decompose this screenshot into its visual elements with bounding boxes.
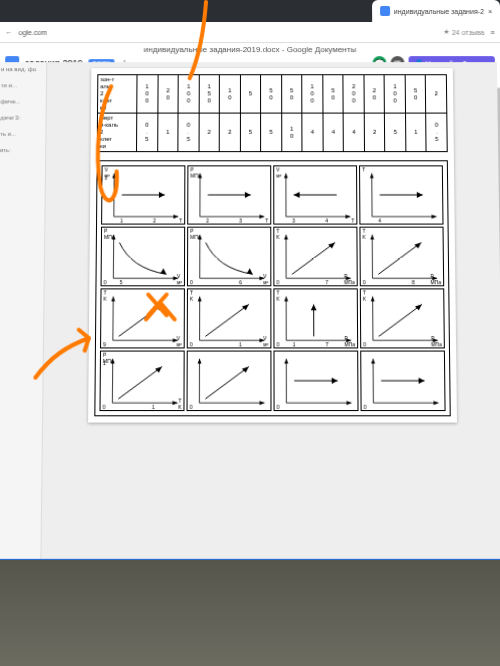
outline-item[interactable]: ить: <box>0 147 43 153</box>
screen: индивидуальные задания-2 × ← ogle.com ★2… <box>0 0 500 578</box>
plot-cell: T4 <box>359 165 443 224</box>
back-icon[interactable]: ← <box>5 29 12 36</box>
plot-cell: T КP МПа08 <box>359 227 444 287</box>
reviews-badge[interactable]: ★24 отзыва <box>444 28 485 36</box>
browser-toolbar: ← ogle.com ★24 отзыва ≡ <box>0 22 500 43</box>
url-fragment[interactable]: ogle.com <box>19 29 438 36</box>
outline-item[interactable]: и на вид. фо <box>1 66 44 72</box>
outline-item[interactable]: ти и... <box>1 82 44 88</box>
plot-cell: V м³T112 <box>101 165 185 224</box>
outline-item[interactable]: дачи 3: <box>0 115 43 121</box>
menu-icon[interactable]: ≡ <box>490 29 494 36</box>
browser-tab-active[interactable]: индивидуальные задания-2 × <box>372 0 500 22</box>
plot-cell: T КV м³01 <box>187 288 272 348</box>
plot-cell: P МПаT23 <box>187 165 271 224</box>
star-icon: ★ <box>444 28 450 36</box>
tab-title: индивидуальные задания-2 <box>394 7 484 14</box>
plot-cell: 0 <box>360 351 445 412</box>
plot-cell: V м³T34 <box>273 165 357 224</box>
physical-desk <box>0 560 500 666</box>
table-row: Верт и-каль 2 клет ки 0 . 51 0 . 52 25 5… <box>97 113 447 152</box>
row-label: Верт и-каль 2 клет ки <box>97 113 137 152</box>
plot-cell: 0 <box>187 351 272 412</box>
plot-cell: T КP МПа01T <box>273 288 358 348</box>
table-row: зон-т аль 2 клет ки 1 0 02 0 1 0 01 5 0 … <box>98 75 447 113</box>
plot-cell: P МПаV м³05 <box>101 227 186 287</box>
plot-cell: T КV м³9 <box>100 288 185 348</box>
row-label: зон-т аль 2 клет ки <box>98 75 138 113</box>
close-icon[interactable]: × <box>488 7 492 14</box>
browser-tabstrip: индивидуальные задания-2 × <box>0 0 500 22</box>
plot-cell: T КP МПа0 <box>360 288 445 348</box>
plot-cell: 0 <box>273 351 358 412</box>
data-table: зон-т аль 2 клет ки 1 0 02 0 1 0 01 5 0 … <box>97 74 448 152</box>
window-title: индивидуальные задания-2019.docx - Googl… <box>0 43 500 54</box>
plot-cell: P МПаV м³06 <box>187 227 271 287</box>
plot-cell: T КP МПа07 <box>273 227 357 287</box>
google-docs-favicon <box>380 6 390 16</box>
document-canvas[interactable]: зон-т аль 2 клет ки 1 0 02 0 1 0 01 5 0 … <box>41 62 500 559</box>
plot-cell: P МПаT К101 <box>99 351 184 412</box>
outline-panel: и на вид. фо ти и... фиче... дачи 3: ть … <box>0 62 47 559</box>
outline-item[interactable]: фиче... <box>0 98 43 104</box>
plot-grid: V м³T112P МПаT23V м³T34T4P МПаV м³05P МП… <box>94 160 450 416</box>
outline-item[interactable]: ть и... <box>0 131 43 137</box>
page: зон-т аль 2 клет ки 1 0 02 0 1 0 01 5 0 … <box>88 68 457 422</box>
